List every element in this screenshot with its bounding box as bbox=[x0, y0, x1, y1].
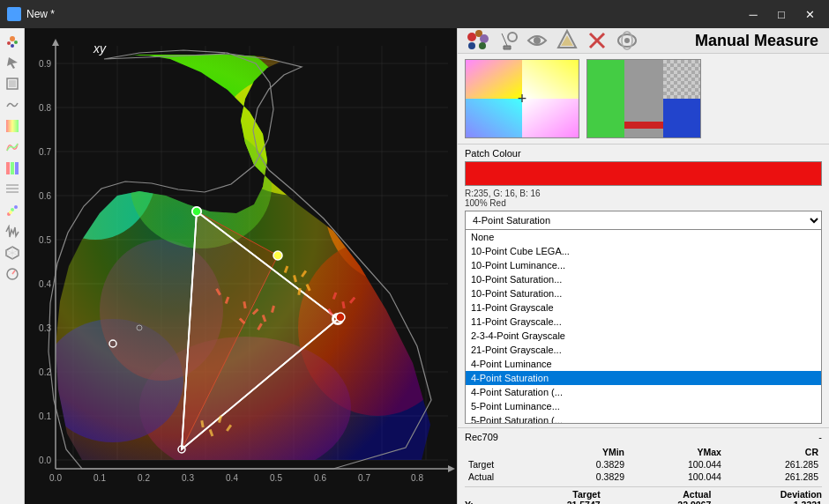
svg-text:0.3: 0.3 bbox=[182, 473, 194, 483]
toolbar-icon-color[interactable] bbox=[555, 28, 579, 53]
patch-colour-label: Patch Colour bbox=[465, 148, 822, 159]
tool-vectorscope[interactable] bbox=[3, 264, 22, 284]
svg-point-106 bbox=[468, 42, 475, 49]
svg-point-13 bbox=[9, 211, 12, 214]
tool-bars[interactable] bbox=[3, 159, 22, 178]
svg-text:0.4: 0.4 bbox=[226, 473, 238, 483]
cie-chart-svg: 0.0 0.1 0.2 0.3 0.4 0.5 0.6 0.7 0.8 0.0 … bbox=[25, 28, 457, 504]
toolbar-icon-cross[interactable] bbox=[585, 28, 609, 53]
patch-colour-pct: 100% Red bbox=[465, 198, 822, 208]
title-bar: New * ─ □ ✕ bbox=[0, 0, 829, 28]
col-ymax: YMax bbox=[628, 446, 725, 458]
color-patches-section: + bbox=[458, 54, 829, 145]
tool-pointer[interactable] bbox=[3, 32, 22, 51]
dropdown-item[interactable]: 10-Point Cube LEGA... bbox=[466, 244, 821, 258]
svg-text:0.4: 0.4 bbox=[39, 279, 51, 289]
measurement-section: Rec709 - YMin YMax CR Target0.3829100.04… bbox=[458, 428, 829, 504]
measurement-table: YMin YMax CR Target0.3829100.044261.285A… bbox=[465, 446, 822, 483]
dropdown-item[interactable]: 11-Point Grayscale bbox=[466, 300, 821, 315]
patch-colour-section: Patch Colour R:235, G: 16, B: 16 100% Re… bbox=[458, 145, 829, 428]
dropdown-item[interactable]: 4-Point Saturation (... bbox=[466, 385, 821, 399]
svg-point-0 bbox=[10, 36, 15, 41]
patch-colour-rgb: R:235, G: 16, B: 16 bbox=[465, 189, 822, 198]
dropdown-item[interactable]: 10-Point Saturation... bbox=[466, 286, 821, 300]
svg-text:0.0: 0.0 bbox=[49, 473, 62, 483]
tool-curve[interactable] bbox=[3, 137, 22, 157]
svg-text:0.2: 0.2 bbox=[39, 367, 51, 377]
dropdown-item[interactable]: 5-Point Saturation (... bbox=[466, 413, 821, 424]
chart-xy-label: xy bbox=[93, 41, 107, 56]
color-patch-gradient: + bbox=[465, 59, 579, 138]
close-button[interactable]: ✕ bbox=[797, 5, 822, 23]
svg-rect-6 bbox=[6, 120, 19, 132]
cie-chart-area: 0.0 0.1 0.2 0.3 0.4 0.5 0.6 0.7 0.8 0.0 … bbox=[25, 28, 457, 504]
tool-arrow[interactable] bbox=[3, 53, 22, 72]
dropdown-item[interactable]: 4-Point Luminance bbox=[466, 357, 821, 371]
svg-text:0.1: 0.1 bbox=[93, 473, 106, 483]
svg-text:0.6: 0.6 bbox=[39, 191, 51, 201]
dropdown-item[interactable]: 10-Point Saturation... bbox=[466, 272, 821, 286]
svg-rect-7 bbox=[6, 162, 10, 174]
svg-text:0.7: 0.7 bbox=[358, 473, 370, 483]
toolbar-icon-tools[interactable] bbox=[495, 28, 519, 53]
patch-colour-swatch bbox=[465, 161, 822, 186]
tool-scatter[interactable] bbox=[3, 201, 22, 220]
svg-point-109 bbox=[534, 37, 541, 44]
minimize-button[interactable]: ─ bbox=[741, 5, 766, 23]
col-cr: CR bbox=[725, 446, 822, 458]
top-toolbar: Manual Measure bbox=[458, 28, 829, 54]
svg-point-56 bbox=[336, 313, 345, 322]
svg-point-1 bbox=[7, 41, 11, 45]
svg-text:0.5: 0.5 bbox=[39, 235, 51, 245]
tool-multiline[interactable] bbox=[3, 180, 22, 199]
dropdown-item[interactable]: 21-Point Grayscale... bbox=[466, 343, 821, 357]
dropdown-item[interactable]: None bbox=[466, 230, 821, 244]
maximize-button[interactable]: □ bbox=[769, 5, 794, 23]
toolbar-icon-shape[interactable] bbox=[615, 28, 639, 53]
tool-wave[interactable] bbox=[3, 95, 22, 115]
dropdown-item[interactable]: 11-Point Grayscale... bbox=[466, 315, 821, 329]
svg-rect-5 bbox=[9, 80, 16, 87]
svg-text:0.0: 0.0 bbox=[39, 456, 51, 465]
svg-text:0.2: 0.2 bbox=[138, 473, 150, 483]
svg-point-54 bbox=[273, 251, 282, 260]
svg-text:0.3: 0.3 bbox=[39, 323, 51, 333]
tool-shape1[interactable] bbox=[3, 74, 22, 93]
panel-title: Manual Measure bbox=[695, 32, 818, 50]
dropdown-item[interactable]: 2-3-4-Point Grayscale bbox=[466, 329, 821, 343]
color-patch-checker bbox=[586, 59, 701, 138]
dropdown-item[interactable]: 4-Point Saturation bbox=[466, 371, 821, 385]
svg-text:0.5: 0.5 bbox=[270, 473, 282, 483]
svg-text:0.8: 0.8 bbox=[411, 473, 423, 483]
svg-point-2 bbox=[14, 41, 18, 44]
svg-point-3 bbox=[11, 44, 14, 48]
rec-label: Rec709 bbox=[465, 432, 498, 442]
svg-rect-8 bbox=[11, 162, 14, 174]
dropdown-item[interactable]: 10-Point Luminance... bbox=[466, 258, 821, 272]
table-row: Target0.3829100.044261.285 bbox=[465, 458, 822, 471]
big-val-row: Y: 21.5747 22.9067 1.3321 bbox=[465, 500, 822, 504]
svg-point-116 bbox=[624, 38, 630, 43]
svg-point-105 bbox=[480, 34, 489, 43]
rec-dash: - bbox=[818, 432, 822, 442]
tool-3d[interactable] bbox=[3, 243, 22, 263]
patch-type-dropdown[interactable]: None10-Point Cube LEGA...10-Point Lumina… bbox=[465, 211, 822, 230]
dropdown-item[interactable]: 5-Point Luminance... bbox=[466, 399, 821, 413]
tool-waveform[interactable] bbox=[3, 222, 22, 241]
svg-text:0.7: 0.7 bbox=[39, 147, 51, 157]
toolbar-icon-view[interactable] bbox=[525, 28, 549, 53]
app-icon bbox=[7, 7, 21, 21]
toolbar-icon-dots[interactable] bbox=[465, 28, 489, 53]
left-toolbar bbox=[0, 28, 25, 504]
svg-text:0.6: 0.6 bbox=[314, 473, 326, 483]
svg-text:0.8: 0.8 bbox=[39, 103, 51, 113]
svg-point-12 bbox=[14, 205, 18, 209]
tool-gradient[interactable] bbox=[3, 116, 22, 136]
svg-point-108 bbox=[508, 33, 517, 41]
svg-text:0.1: 0.1 bbox=[39, 411, 51, 421]
svg-point-53 bbox=[192, 207, 201, 216]
col-ymin: YMin bbox=[543, 446, 628, 458]
window-title: New * bbox=[26, 8, 55, 20]
svg-rect-9 bbox=[15, 162, 19, 174]
svg-text:0.9: 0.9 bbox=[39, 59, 51, 69]
